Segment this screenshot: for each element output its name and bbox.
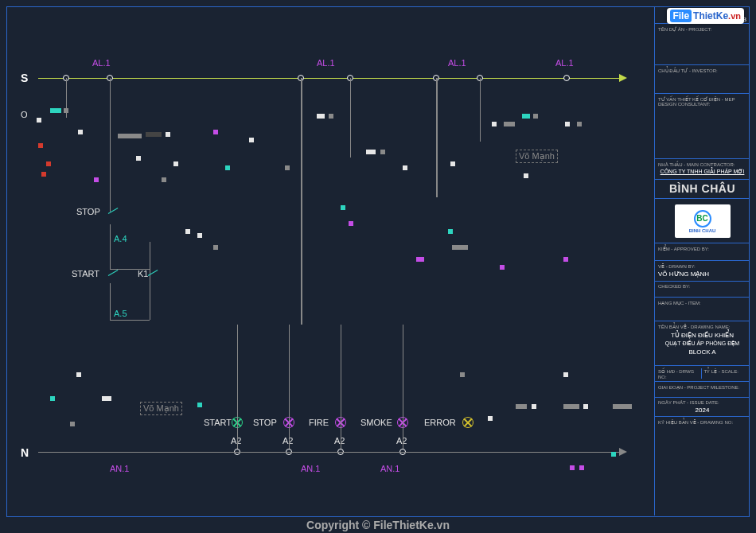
a4-label: A.4 bbox=[114, 234, 127, 243]
company-logo-mark: BC bbox=[694, 210, 711, 228]
speck-icon bbox=[70, 422, 75, 426]
ladder-hline bbox=[110, 320, 150, 321]
annotation-vo-manh: Võ Mạnh bbox=[516, 150, 558, 163]
title-block: HỘI ĐỒNG KIẾN TRÚC CKTB Tên dự án - Proj… bbox=[654, 6, 750, 515]
neutral-bus-line bbox=[38, 452, 619, 453]
speck-icon bbox=[78, 130, 83, 134]
speck-icon bbox=[50, 108, 61, 113]
al-label: AL.1 bbox=[317, 58, 335, 68]
a2-label: A2 bbox=[334, 436, 345, 445]
tb-scale-label: Tỷ lệ - Scale: bbox=[704, 369, 738, 374]
speck-icon bbox=[76, 372, 81, 377]
speck-icon bbox=[38, 143, 43, 148]
start-switch-icon bbox=[108, 275, 123, 290]
tb-drawing-name-2: QUẠT ĐIỀU ÁP PHÒNG ĐỆM bbox=[658, 340, 746, 347]
tb-drawing-name-3: BLOCK A bbox=[658, 348, 746, 356]
tb-issue-date-value: 2024 bbox=[658, 407, 746, 414]
lamp-vline bbox=[289, 325, 290, 452]
tb-issue-date-label: Ngày phát - Issue date: bbox=[658, 400, 746, 405]
speck-icon bbox=[533, 114, 538, 119]
lamp-start-label: START bbox=[204, 418, 232, 427]
feeder-vline bbox=[110, 224, 111, 269]
logo-part-thietke: ThietKe bbox=[692, 10, 728, 21]
logo-part-file: File bbox=[670, 10, 692, 22]
speck-icon bbox=[488, 416, 493, 421]
company-logo-icon: BC BINH CHAU bbox=[675, 204, 731, 238]
copyright-text: Copyright © FileThietKe.vn bbox=[0, 517, 756, 533]
speck-icon bbox=[162, 177, 166, 182]
speck-icon bbox=[349, 221, 353, 226]
speck-icon bbox=[380, 150, 385, 154]
speck-icon bbox=[570, 465, 575, 470]
a2-label: A2 bbox=[283, 436, 293, 445]
speck-icon bbox=[146, 132, 162, 137]
speck-icon bbox=[118, 134, 142, 138]
k1-label: K1 bbox=[138, 269, 148, 278]
an-label: AN.1 bbox=[110, 464, 129, 473]
tb-approved-label: Kiểm - Approved by: bbox=[658, 246, 746, 251]
speck-icon bbox=[136, 156, 141, 161]
annotation-vo-manh: Võ Mạnh bbox=[140, 402, 182, 415]
speck-icon bbox=[50, 396, 55, 401]
an-label: AN.1 bbox=[380, 464, 399, 473]
o-label: O bbox=[21, 110, 28, 119]
al-label: AL.1 bbox=[555, 58, 574, 68]
speck-icon bbox=[450, 161, 455, 166]
lamp-error-label: ERROR bbox=[424, 418, 456, 427]
tb-contractor-label: Nhà thầu - Main Contractor: bbox=[658, 161, 746, 167]
speck-icon bbox=[341, 205, 345, 210]
a5-label: A.5 bbox=[114, 309, 127, 318]
schematic-canvas[interactable]: S AL.1 AL.1 AL.1 AL.1 O STOP A.4 START K… bbox=[6, 6, 651, 515]
speck-icon bbox=[516, 404, 527, 409]
company-logo-text: BINH CHAU bbox=[689, 228, 716, 233]
speck-icon bbox=[583, 404, 588, 409]
start-label: START bbox=[72, 269, 99, 278]
tb-milestone-label: Giai đoạn - Project milestone: bbox=[658, 384, 746, 390]
lamp-stop-label: STOP bbox=[253, 418, 277, 427]
speck-icon bbox=[416, 257, 424, 262]
tb-drawing-name-1: TỦ ĐIỆN ĐIỀU KHIỂN bbox=[658, 332, 746, 339]
feeder-vline bbox=[480, 78, 481, 142]
site-watermark-logo: File ThietKe .vn bbox=[667, 8, 744, 24]
speck-icon bbox=[448, 229, 453, 234]
speck-icon bbox=[46, 161, 51, 166]
tb-checked-label: Checked by: bbox=[658, 284, 746, 289]
neutral-bus-arrow-icon bbox=[619, 448, 627, 456]
an-label: AN.1 bbox=[301, 464, 320, 473]
feeder-vline bbox=[436, 78, 438, 197]
al-label: AL.1 bbox=[92, 58, 111, 68]
tb-dwg-no-label: Số h/đ - Drwg no: bbox=[658, 369, 694, 379]
tb-company-name: CÔNG TY TNHH GIẢI PHÁP MỚI bbox=[658, 169, 746, 175]
lamp-fire-label: FIRE bbox=[309, 418, 329, 427]
speck-icon bbox=[563, 372, 568, 377]
speck-icon bbox=[102, 396, 111, 401]
source-label: S bbox=[21, 72, 28, 84]
bus-node bbox=[563, 75, 570, 81]
speck-icon bbox=[285, 165, 290, 170]
speck-icon bbox=[173, 161, 178, 166]
speck-icon bbox=[613, 404, 632, 409]
speck-icon bbox=[460, 372, 465, 377]
speck-icon bbox=[532, 404, 536, 409]
speck-icon bbox=[563, 404, 579, 409]
speck-icon bbox=[524, 173, 528, 178]
speck-icon bbox=[166, 132, 170, 137]
lamp-vline bbox=[403, 325, 403, 452]
speck-icon bbox=[611, 452, 616, 457]
tb-drawn-value: VÕ HƯNG MẠNH bbox=[658, 270, 746, 278]
logo-part-vn: .vn bbox=[728, 11, 741, 21]
speck-icon bbox=[225, 165, 230, 170]
speck-icon bbox=[329, 114, 333, 119]
tb-consultant-label: Tư vấn thiết kế cơ điện - MEP Design Con… bbox=[658, 96, 746, 107]
speck-icon bbox=[522, 114, 530, 119]
speck-icon bbox=[504, 122, 515, 126]
feeder-vline bbox=[350, 78, 351, 158]
k1-contact-icon bbox=[148, 275, 162, 290]
speck-icon bbox=[197, 233, 202, 238]
speck-icon bbox=[41, 172, 46, 177]
lamp-vline bbox=[341, 325, 341, 452]
speck-icon bbox=[500, 265, 505, 270]
tb-item-label: Hạng mục - Item: bbox=[658, 300, 746, 305]
tb-drawn-label: Vẽ - Drawn by: bbox=[658, 263, 746, 269]
supply-bus-arrow-icon bbox=[619, 74, 627, 82]
